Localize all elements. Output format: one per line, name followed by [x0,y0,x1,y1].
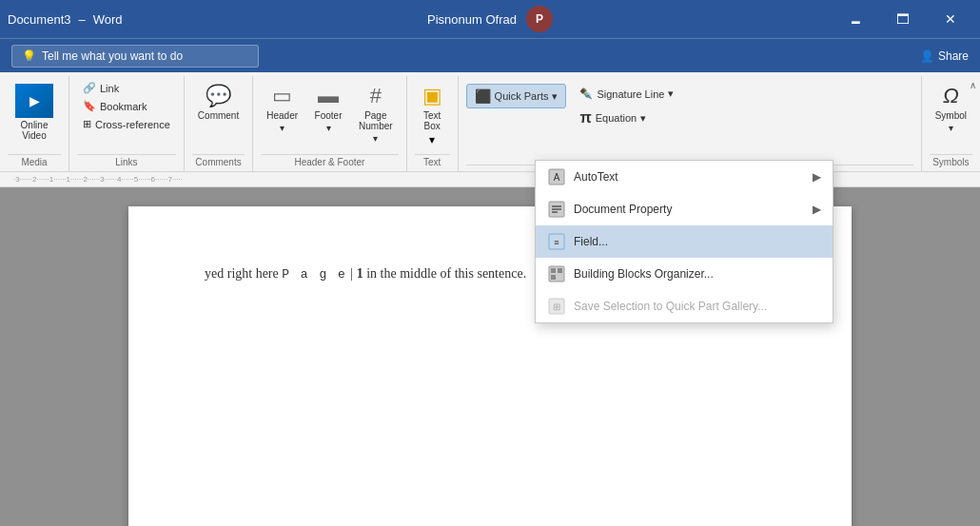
header-button[interactable]: ▭ Header ▾ [261,80,304,137]
header-dropdown-arrow: ▾ [280,123,284,133]
header-footer-content: ▭ Header ▾ ▬ Footer ▾ # PageNumber ▾ [261,80,398,150]
doc-property-icon [547,200,566,219]
symbol-button[interactable]: Ω Symbol ▾ [930,80,972,137]
svg-text:≡: ≡ [554,238,559,247]
header-footer-group: ▭ Header ▾ ▬ Footer ▾ # PageNumber ▾ Hea… [253,76,406,171]
title-bar-left: Document3 – Word [8,12,123,27]
doc-property-menu-item[interactable]: Document Property ▶ [536,193,833,225]
cross-reference-button[interactable]: ⊞ Cross-reference [77,116,176,132]
symbol-label: Symbol [935,110,967,121]
comments-group-content: 💬 Comment [192,80,245,150]
quick-parts-label: Quick Parts [495,90,549,102]
avatar: P [526,6,553,32]
ribbon: OnlineVideo Media 🔗 Link 🔖 Bookmark ⊞ Cr… [0,72,980,172]
comments-group-label: Comments [192,154,245,167]
equation-button[interactable]: π Equation ▾ [572,106,681,130]
share-button[interactable]: 👤 Share [920,49,969,63]
media-group: OnlineVideo Media [0,76,69,171]
autotext-icon: A [547,167,566,186]
svg-rect-9 [551,268,556,273]
links-group-label: Links [77,154,176,167]
footer-dropdown-arrow: ▾ [326,123,331,133]
collapse-symbols-button[interactable]: ∧ [970,80,976,90]
page-field-code: P a g e [282,267,347,282]
comment-button[interactable]: 💬 Comment [192,80,245,125]
symbol-group: Ω Symbol ▾ Symbols ∧ [922,76,980,171]
quick-parts-icon: ⬛ [475,88,491,104]
comments-group: 💬 Comment Comments [185,76,253,171]
field-separator: | [347,266,357,281]
symbol-content: Ω Symbol ▾ [930,80,972,150]
equation-arrow: ▾ [640,112,646,125]
page-number-dropdown-arrow: ▾ [373,133,378,144]
bookmark-label: Bookmark [100,101,147,112]
online-video-label: OnlineVideo [21,120,49,141]
field-icon: ≡ [547,232,566,251]
header-footer-group-label: Header & Footer [261,154,398,167]
app-name: Word [93,12,123,27]
dropdown-menu: A AutoText ▶ Document Property ▶ ≡ Field… [535,160,833,323]
quick-parts-dropdown: A AutoText ▶ Document Property ▶ ≡ Field… [535,160,833,323]
share-label: Share [938,49,969,63]
user-info: Pisnonum Ofrad P [427,6,553,32]
svg-text:⊞: ⊞ [553,302,560,312]
doc-title: Document3 [8,12,70,27]
online-video-button[interactable]: OnlineVideo [8,80,61,145]
signature-eq-group: ✒️ Signature Line ▾ π Equation ▾ [572,84,681,130]
autotext-label: AutoText [574,170,805,184]
autotext-arrow: ▶ [813,170,821,184]
textbox-group-content: ▣ TextBox ▾ [415,80,450,150]
svg-text:A: A [554,172,560,183]
comment-icon: 💬 [206,84,231,108]
page-value: 1 [357,266,363,281]
body-text-after: in the middle of this sentence. [363,266,526,281]
quick-parts-button[interactable]: ⬛ Quick Parts ▾ [466,84,567,108]
close-button[interactable]: ✕ [929,4,972,34]
links-group-content: 🔗 Link 🔖 Bookmark ⊞ Cross-reference [77,80,176,150]
window-controls[interactable]: 🗕 🗖 ✕ [833,4,972,34]
textbox-group-label: Text [415,154,450,167]
links-buttons: 🔗 Link 🔖 Bookmark ⊞ Cross-reference [77,80,176,132]
page-number-button[interactable]: # PageNumber ▾ [353,80,399,147]
svg-rect-10 [558,268,562,273]
save-selection-icon: ⊞ [547,297,566,316]
signature-line-button[interactable]: ✒️ Signature Line ▾ [572,84,681,104]
maximize-button[interactable]: 🗖 [881,4,925,34]
omega-icon: Ω [943,84,959,108]
footer-icon: ▬ [318,84,339,108]
cross-reference-label: Cross-reference [95,119,170,130]
link-button[interactable]: 🔗 Link [77,80,176,96]
minimize-button[interactable]: 🗕 [833,4,877,34]
building-blocks-label: Building Blocks Organizer... [574,267,821,281]
title-separator: – [78,12,85,27]
symbols-group-label: Symbols [930,154,972,167]
insert-group: ⬛ Quick Parts ▾ ✒️ Signature Line ▾ π Eq… [459,76,922,171]
links-group: 🔗 Link 🔖 Bookmark ⊞ Cross-reference Link… [69,76,185,171]
page-number-icon: # [370,84,382,108]
tell-me-input[interactable]: 💡 Tell me what you want to do [11,45,259,68]
page-number-label: PageNumber [359,110,393,131]
lightbulb-icon: 💡 [22,49,36,63]
bookmark-button[interactable]: 🔖 Bookmark [77,98,176,114]
share-icon: 👤 [920,49,934,63]
comment-label: Comment [198,110,239,121]
header-label: Header [266,110,298,121]
doc-property-arrow: ▶ [813,203,821,216]
symbol-arrow: ▾ [949,123,953,133]
footer-button[interactable]: ▬ Footer ▾ [307,80,349,137]
signature-arrow: ▾ [668,88,674,100]
quick-parts-arrow: ▾ [552,90,558,103]
signature-icon: ✒️ [579,88,593,100]
online-video-icon [15,84,53,118]
doc-property-label: Document Property [574,203,805,216]
media-group-label: Media [8,154,61,167]
autotext-menu-item[interactable]: A AutoText ▶ [536,161,833,193]
textbox-button[interactable]: ▣ TextBox ▾ [415,80,450,150]
insert-group-content: ⬛ Quick Parts ▾ ✒️ Signature Line ▾ π Eq… [466,80,913,161]
textbox-dropdown-arrow: ▾ [429,133,435,146]
building-blocks-menu-item[interactable]: Building Blocks Organizer... [536,258,833,290]
building-blocks-icon [547,264,566,283]
body-text-before: yed right here [205,266,282,281]
textbox-group: ▣ TextBox ▾ Text [407,76,459,171]
field-menu-item[interactable]: ≡ Field... [536,225,833,258]
